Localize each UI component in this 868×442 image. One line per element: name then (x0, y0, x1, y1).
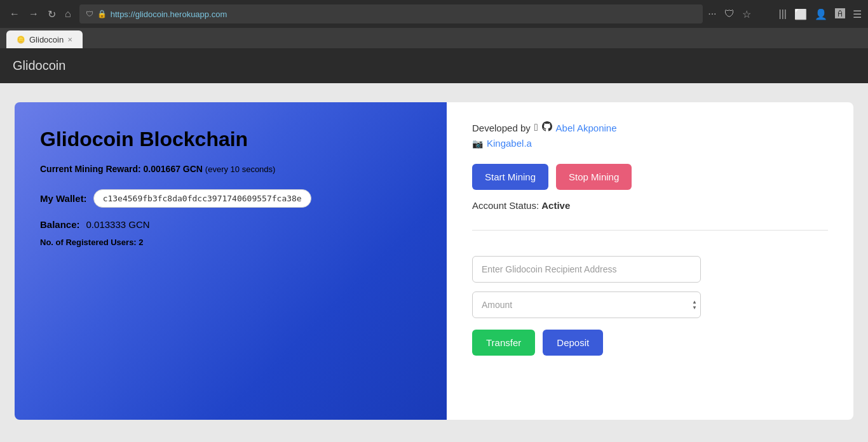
split-view-icon[interactable]: ⬜ (794, 8, 807, 20)
content-wrapper: Glidocoin Blockchain Current Mining Rewa… (15, 102, 853, 420)
recipient-address-input[interactable] (472, 256, 701, 283)
mining-reward-text: Current Mining Reward: 0.001667 GCN (eve… (40, 164, 421, 174)
wallet-row: My Wallet: c13e4569fb3fc8da0fdcc39717406… (40, 189, 421, 208)
instagram-icon: 📷 (472, 138, 483, 149)
transfer-button[interactable]: Transfer (472, 330, 535, 356)
github-icon-mark (542, 121, 552, 134)
tab-favicon: 🪙 (17, 36, 25, 44)
browser-toolbar: ··· 🛡 ☆ ||| ⬜ 👤 🅰 ☰ (708, 8, 862, 20)
address-bar[interactable]: 🛡 🔒 https://glidocoin.herokuapp.com (79, 4, 703, 23)
account-status-label: Account Status: (472, 200, 539, 211)
instagram-line: 📷 Kingabel.a (472, 138, 828, 149)
github-icon:  (534, 122, 538, 133)
mining-controls: Start Mining Stop Mining (472, 164, 828, 190)
more-options-button[interactable]: ··· (708, 8, 716, 20)
menu-icon[interactable]: ☰ (853, 8, 862, 20)
app-header: Glidocoin (0, 48, 868, 83)
url-text: https://glidocoin.herokuapp.com (111, 10, 697, 19)
reload-button[interactable]: ↻ (44, 7, 59, 22)
forward-button[interactable]: → (25, 7, 42, 21)
blockchain-title: Glidocoin Blockchain (40, 128, 421, 151)
shield-icon: 🛡 (86, 10, 93, 18)
amount-input-wrapper: ▲ ▼ (472, 291, 701, 318)
extensions-icon[interactable]: 🅰 (835, 8, 845, 20)
amount-input[interactable] (472, 291, 701, 318)
developer-line: Developed by  Abel Akponine (472, 121, 828, 134)
start-mining-button[interactable]: Start Mining (472, 164, 548, 190)
account-status-value: Active (541, 200, 570, 211)
developer-info: Developed by  Abel Akponine 📷 Kingabel.… (472, 121, 828, 149)
balance-row: Balance: 0.013333 GCN (40, 219, 421, 230)
balance-label: Balance: (40, 219, 80, 230)
nav-buttons: ← → ↻ ⌂ (6, 7, 74, 22)
amount-spinner: ▲ ▼ (692, 300, 697, 311)
app-title: Glidocoin (13, 58, 65, 72)
action-buttons: Transfer Deposit (472, 330, 828, 356)
right-panel: Developed by  Abel Akponine 📷 Kingabel.… (447, 102, 853, 420)
transfer-section: ▲ ▼ Transfer Deposit (472, 256, 828, 356)
balance-value: 0.013333 GCN (86, 219, 150, 230)
section-divider (472, 230, 828, 231)
developed-by-label: Developed by (472, 123, 531, 133)
stop-mining-button[interactable]: Stop Mining (556, 164, 632, 190)
account-icon[interactable]: 👤 (815, 8, 827, 20)
active-tab[interactable]: 🪙 Glidocoin ✕ (6, 30, 83, 48)
spinner-up-arrow[interactable]: ▲ (692, 300, 697, 305)
tab-bar: 🪙 Glidocoin ✕ (0, 28, 868, 48)
registered-users: No. of Registered Users: 2 (40, 238, 421, 247)
page-body: Glidocoin Blockchain Current Mining Rewa… (0, 83, 868, 439)
reading-list-icon[interactable]: ||| (779, 8, 787, 20)
deposit-button[interactable]: Deposit (543, 330, 603, 356)
tab-title: Glidocoin (29, 35, 64, 44)
back-button[interactable]: ← (6, 7, 23, 21)
home-button[interactable]: ⌂ (62, 7, 74, 21)
developer-name-link[interactable]: Abel Akponine (556, 123, 617, 133)
instagram-handle-link[interactable]: Kingabel.a (487, 138, 532, 149)
wallet-address: c13e4569fb3fc8da0fdcc3971740609557fca38e (93, 189, 311, 208)
tab-close-button[interactable]: ✕ (67, 36, 72, 43)
account-status: Account Status: Active (472, 200, 828, 211)
left-panel: Glidocoin Blockchain Current Mining Rewa… (15, 102, 447, 420)
pocket-icon[interactable]: 🛡 (724, 8, 735, 20)
wallet-label: My Wallet: (40, 193, 87, 204)
spinner-down-arrow[interactable]: ▼ (692, 305, 697, 311)
lock-icon: 🔒 (97, 10, 107, 18)
browser-chrome: ← → ↻ ⌂ 🛡 🔒 https://glidocoin.herokuapp.… (0, 0, 868, 28)
bookmark-icon[interactable]: ☆ (742, 8, 751, 20)
